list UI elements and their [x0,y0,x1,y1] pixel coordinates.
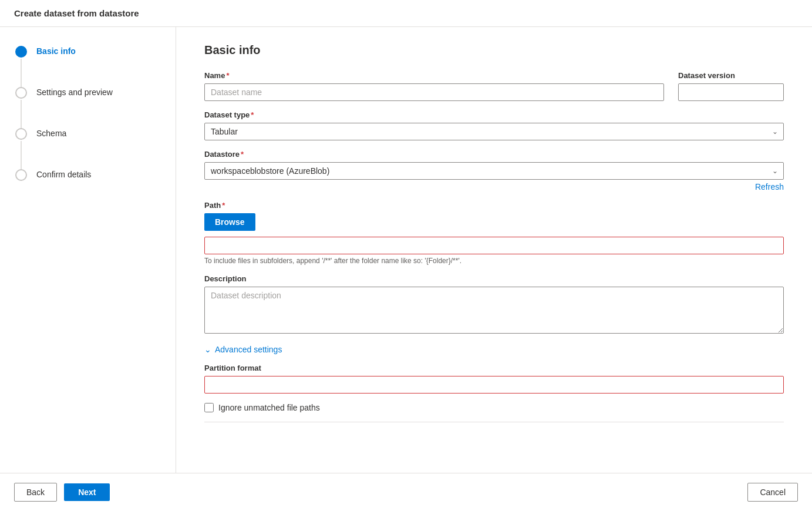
name-label: Name* [204,71,664,80]
sidebar-step-schema[interactable]: Schema [14,128,161,169]
step-circle-basic-info [15,46,27,58]
name-col: Name* [204,71,664,101]
ignore-unmatched-row: Ignore unmatched file paths [204,403,784,412]
content-area: Basic info Name* Dataset version 1 Datas… [176,27,812,473]
datastore-group: Datastore* workspaceblobstore (AzureBlob… [204,150,784,191]
version-col: Dataset version 1 [678,71,784,101]
step-circle-settings [15,87,27,99]
path-required: * [222,201,225,210]
back-button[interactable]: Back [14,483,57,502]
path-label: Path* [204,201,784,210]
step-connector-1 [21,59,22,87]
advanced-settings-toggle[interactable]: ⌄ Advanced settings [204,345,784,354]
sidebar-step-settings[interactable]: Settings and preview [14,87,161,128]
path-input[interactable]: NoaalsdFlorida/2019/** [204,237,784,254]
step-label-settings: Settings and preview [36,87,113,97]
page-title: Create dataset from datastore [0,0,812,27]
path-hint: To include files in subfolders, append '… [204,257,784,265]
datastore-select-wrapper: workspaceblobstore (AzureBlob) ⌄ [204,162,784,180]
chevron-down-icon: ⌄ [204,345,211,354]
path-group: Path* Browse NoaalsdFlorida/2019/** To i… [204,201,784,265]
dataset-type-label: Dataset type* [204,110,784,119]
refresh-link-container: Refresh [204,182,784,191]
step-label-confirm: Confirm details [36,169,91,179]
ignore-unmatched-label: Ignore unmatched file paths [218,403,320,412]
datastore-required: * [241,150,244,159]
sidebar-step-confirm[interactable]: Confirm details [14,169,161,181]
datastore-label: Datastore* [204,150,784,159]
step-circle-confirm [15,169,27,181]
sidebar: Basic info Settings and preview Schema C… [0,27,176,473]
name-input[interactable] [204,83,664,101]
divider [204,422,784,422]
refresh-link[interactable]: Refresh [755,182,784,191]
footer-right: Cancel [747,483,798,502]
step-label-schema: Schema [36,128,66,138]
step-label-basic-info: Basic info [36,46,76,56]
name-required: * [226,71,229,80]
partition-format-group: Partition format /{timestamp:yyy/MM/dd}/… [204,364,784,394]
datastore-select[interactable]: workspaceblobstore (AzureBlob) [204,162,784,180]
section-title: Basic info [204,43,784,57]
description-label: Description [204,274,784,283]
partition-format-input[interactable]: /{timestamp:yyy/MM/dd}/data.parquet [204,376,784,394]
name-version-row: Name* Dataset version 1 [204,71,784,101]
partition-format-label: Partition format [204,364,784,372]
description-textarea[interactable] [204,287,784,334]
cancel-button[interactable]: Cancel [747,483,798,502]
dataset-type-select-wrapper: Tabular File ⌄ [204,123,784,140]
dataset-type-select[interactable]: Tabular File [204,123,784,140]
step-connector-3 [21,141,22,169]
ignore-unmatched-checkbox[interactable] [204,403,214,412]
browse-button[interactable]: Browse [204,213,255,231]
dataset-type-group: Dataset type* Tabular File ⌄ [204,110,784,140]
version-input: 1 [678,83,784,101]
step-circle-schema [15,128,27,140]
next-button[interactable]: Next [64,483,110,501]
advanced-settings-label: Advanced settings [215,345,282,354]
version-label: Dataset version [678,71,784,80]
description-group: Description [204,274,784,335]
footer: Back Next Cancel [0,473,812,511]
step-connector-2 [21,100,22,128]
sidebar-step-basic-info[interactable]: Basic info [14,46,161,87]
dataset-type-required: * [251,110,254,119]
